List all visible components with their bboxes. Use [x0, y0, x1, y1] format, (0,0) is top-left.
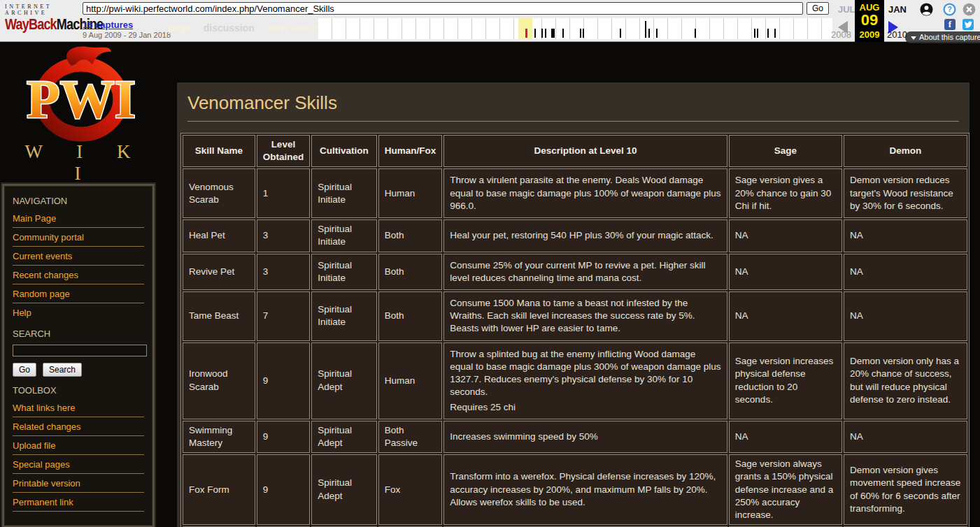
- demon-cell: NA: [844, 219, 967, 252]
- description-cell: Throw a splinted bug at the enemy inflic…: [443, 342, 727, 419]
- sidebar-panel: NAVIGATION Main PageCommunity portalCurr…: [2, 184, 155, 527]
- capture-tick[interactable]: [562, 29, 564, 38]
- sidebar-item-random-page[interactable]: Random page: [13, 284, 144, 303]
- sidebar-item-recent-changes[interactable]: Recent changes: [13, 266, 144, 284]
- skill-name-cell: Fox Form: [183, 454, 255, 525]
- sage-cell: NA: [729, 291, 842, 341]
- description-cell: Throw a virulent parasite at the enemy. …: [443, 168, 727, 218]
- column-header-demon: Demon: [844, 135, 967, 167]
- description-cell: Consume 25% of your current MP to revive…: [443, 254, 727, 290]
- page-title: Venomancer Skills: [187, 92, 959, 122]
- skill-name-cell: Ironwood Scarab: [183, 342, 255, 419]
- cultivation-cell: Spiritual Initiate: [311, 219, 377, 252]
- capture-tick[interactable]: [767, 29, 769, 38]
- search-go-button[interactable]: Go: [13, 363, 36, 377]
- prev-month-label: JUL: [838, 4, 855, 15]
- demon-cell: Demon version reduces target's Wood resi…: [844, 168, 967, 218]
- svg-text:?: ?: [947, 5, 952, 13]
- wayback-wordmark: WayBackMachine: [5, 16, 68, 33]
- capture-tick[interactable]: [757, 29, 758, 38]
- twitter-icon[interactable]: [963, 19, 974, 30]
- description-cell: Transform into a werefox. Physical defen…: [443, 454, 727, 525]
- sidebar-item-special-pages[interactable]: Special pages: [13, 455, 144, 474]
- sidebar-item-community-portal[interactable]: Community portal: [13, 228, 144, 247]
- cultivation-cell: Spiritual Adept: [311, 454, 377, 525]
- skill-name-cell: Swimming Mastery: [183, 421, 255, 453]
- capture-tick[interactable]: [754, 29, 755, 38]
- human-fox-cell: Both: [378, 219, 443, 252]
- sage-cell: NA: [729, 421, 842, 453]
- capture-tick[interactable]: [774, 29, 776, 38]
- column-header-skill-name: Skill Name: [183, 135, 255, 167]
- table-row: Revive Pet3Spiritual InitiateBothConsume…: [183, 254, 967, 290]
- capture-tick[interactable]: [534, 29, 536, 38]
- cultivation-cell: Spiritual Initiate: [311, 254, 377, 290]
- captures-link[interactable]: 15 captures: [83, 20, 133, 30]
- sidebar-item-what-links-here[interactable]: What links here: [13, 398, 144, 417]
- table-row: Swimming Mastery9Spiritual AdeptBoth Pas…: [183, 421, 967, 453]
- description-cell: Consume 1500 Mana to tame a beast not in…: [443, 291, 727, 341]
- facebook-icon[interactable]: f: [944, 19, 956, 30]
- current-year: 2009: [855, 29, 884, 40]
- sage-cell: Sage version always grants a 150% physic…: [729, 454, 842, 525]
- current-capture-tick: [525, 29, 527, 38]
- tab-view-source[interactable]: view source: [267, 22, 323, 34]
- tab-page[interactable]: page: [168, 22, 191, 34]
- close-icon[interactable]: [963, 3, 976, 16]
- level-cell: 3: [257, 219, 311, 252]
- search-input[interactable]: [13, 345, 147, 356]
- wayback-url-input[interactable]: [83, 2, 803, 15]
- account-icon[interactable]: [920, 3, 933, 16]
- description-cell: Heal your pet, restoring 540 HP plus 30%…: [443, 219, 727, 252]
- sidebar-item-related-changes[interactable]: Related changes: [13, 417, 144, 436]
- capture-tick[interactable]: [645, 21, 646, 38]
- wiki-subtitle: W I K I: [0, 141, 157, 185]
- table-row: Ironwood Scarab9Spiritual AdeptHumanThro…: [183, 342, 967, 419]
- sidebar-item-help[interactable]: Help: [13, 303, 144, 322]
- sidebar-item-printable-version[interactable]: Printable version: [13, 474, 144, 493]
- table-row: Venomous Scarab1Spiritual InitiateHumanT…: [183, 168, 967, 218]
- about-this-capture-button[interactable]: About this capture: [905, 31, 980, 43]
- capture-tick[interactable]: [695, 29, 696, 38]
- capture-tick[interactable]: [541, 29, 543, 38]
- capture-tick[interactable]: [545, 29, 546, 38]
- search-button[interactable]: Search: [43, 363, 82, 377]
- human-fox-cell: Both Passive: [378, 421, 443, 453]
- wayback-go-button[interactable]: Go: [807, 2, 829, 15]
- level-cell: 9: [257, 454, 311, 525]
- help-icon[interactable]: ?: [943, 3, 956, 16]
- timeline[interactable]: [318, 18, 832, 39]
- human-fox-cell: Human: [378, 342, 443, 419]
- capture-tick[interactable]: [583, 29, 584, 38]
- human-fox-cell: Human: [378, 168, 443, 218]
- cultivation-cell: Spiritual Adept: [311, 342, 377, 419]
- capture-tick[interactable]: [648, 29, 650, 38]
- column-header-sage: Sage: [729, 135, 842, 167]
- level-cell: 9: [257, 342, 311, 419]
- table-row: Fox Form9Spiritual AdeptFoxTransform int…: [183, 454, 967, 525]
- capture-tick[interactable]: [580, 29, 581, 38]
- description-cell: Increases swimming speed by 50%: [443, 421, 727, 453]
- tab-discussion[interactable]: discussion: [204, 22, 255, 34]
- sidebar: PWI W I K I NAVIGATION Main PageCommunit…: [0, 42, 164, 527]
- skill-name-cell: Revive Pet: [183, 254, 255, 290]
- sidebar-item-current-events[interactable]: Current events: [13, 247, 144, 266]
- sage-cell: NA: [729, 219, 842, 252]
- wayback-machine-logo[interactable]: INTERNET ARCHIVE WayBackMachine: [5, 3, 82, 33]
- table-row: Tame Beast7Spiritual InitiateBothConsume…: [183, 291, 967, 341]
- sidebar-item-permanent-link[interactable]: Permanent link: [13, 493, 144, 512]
- cultivation-cell: Spiritual Adept: [311, 421, 377, 453]
- internet-archive-label: INTERNET ARCHIVE: [5, 3, 82, 16]
- capture-tick[interactable]: [656, 29, 658, 38]
- sidebar-item-upload-file[interactable]: Upload file: [13, 436, 144, 455]
- capture-tick[interactable]: [620, 29, 621, 38]
- next-month-label: JAN: [888, 4, 907, 15]
- cultivation-cell: Spiritual Initiate: [311, 168, 377, 218]
- sidebar-item-main-page[interactable]: Main Page: [13, 209, 144, 228]
- table-header-row: Skill NameLevel ObtainedCultivationHuman…: [183, 135, 967, 167]
- capture-tick[interactable]: [551, 29, 555, 38]
- pwi-logo[interactable]: PWI: [4, 43, 159, 147]
- column-header-human-fox: Human/Fox: [378, 135, 443, 167]
- cultivation-cell: Spiritual Initiate: [311, 291, 377, 341]
- current-capture-date: AUG 09 2009: [855, 0, 884, 42]
